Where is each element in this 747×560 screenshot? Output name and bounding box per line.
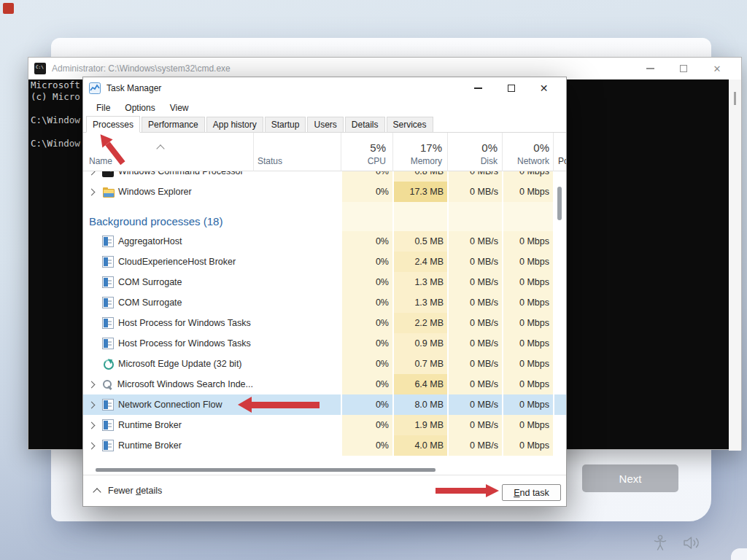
console-line: C:\Window	[31, 114, 80, 126]
console-line: Microsoft	[31, 79, 80, 91]
task-manager-titlebar[interactable]: Task Manager ✕	[83, 77, 566, 99]
cpu-cell: 0%	[341, 394, 392, 415]
vertical-scrollbar-thumb[interactable]	[557, 187, 562, 220]
table-row[interactable]: Microsoft Windows Search Inde...0%6.4 MB…	[83, 374, 566, 394]
menu-options[interactable]: Options	[117, 101, 162, 115]
window-icon	[102, 419, 114, 431]
status-cell	[253, 252, 341, 272]
status-cell	[253, 333, 341, 354]
column-header: Name Status 5% CPU 17% Memory 0% Disk 0%…	[83, 133, 566, 171]
column-cpu[interactable]: CPU	[368, 156, 386, 166]
horizontal-scrollbar-thumb[interactable]	[96, 468, 436, 472]
table-row[interactable]: C:\Windows Command Processor0%0.8 MB0 MB…	[83, 171, 566, 182]
background-card-corner	[731, 548, 747, 560]
expand-chevron-icon[interactable]	[88, 171, 96, 175]
tab-performance[interactable]: Performance	[142, 117, 205, 132]
cpu-cell: 0%	[341, 182, 392, 202]
column-name[interactable]: Name	[89, 156, 112, 166]
table-row[interactable]: COM Surrogate0%1.3 MB0 MB/s0 Mbps	[83, 292, 566, 313]
network-cell: 0 Mbps	[502, 333, 553, 354]
horizontal-scrollbar[interactable]	[83, 460, 566, 475]
power-cell	[553, 394, 566, 415]
tab-startup[interactable]: Startup	[265, 117, 306, 132]
tab-strip: ProcessesPerformanceApp historyStartupUs…	[83, 116, 566, 133]
window-icon	[102, 440, 114, 451]
expand-chevron-icon[interactable]	[88, 188, 96, 195]
console-line: (c) Micro	[31, 91, 80, 103]
table-row[interactable]: AggregatorHost0%0.5 MB0 MB/s0 Mbps	[83, 231, 566, 252]
status-cell	[253, 292, 341, 313]
menu-file[interactable]: File	[89, 101, 117, 115]
network-cell: 0 Mbps	[502, 354, 553, 374]
power-cell	[553, 415, 566, 435]
disk-cell: 0 MB/s	[447, 313, 502, 333]
cmd-minimize-button[interactable]	[633, 58, 667, 79]
end-task-button[interactable]: End task	[502, 484, 561, 501]
accessibility-icon[interactable]	[653, 534, 667, 551]
column-network[interactable]: Network	[517, 156, 549, 166]
tm-close-button[interactable]: ✕	[527, 77, 560, 99]
cmd-scrollbar[interactable]	[729, 79, 741, 451]
cpu-cell: 0%	[341, 292, 392, 313]
window-icon	[102, 338, 114, 349]
tab-processes[interactable]: Processes	[86, 116, 140, 133]
fewer-details-toggle[interactable]: Fewer details	[94, 486, 162, 496]
memory-cell: 4.0 MB	[392, 435, 447, 456]
table-row[interactable]: Runtime Broker0%4.0 MB0 MB/s0 Mbps	[83, 435, 566, 456]
section-spacer-row	[83, 202, 566, 211]
task-manager-app-icon	[89, 82, 101, 94]
tab-users[interactable]: Users	[307, 117, 343, 132]
table-row[interactable]: Host Process for Windows Tasks0%0.9 MB0 …	[83, 333, 566, 354]
table-row[interactable]: COM Surrogate0%1.3 MB0 MB/s0 Mbps	[83, 272, 566, 292]
memory-cell: 6.4 MB	[392, 374, 447, 394]
process-name: Network Connection Flow	[118, 400, 222, 410]
volume-icon[interactable]	[683, 536, 703, 550]
process-name: AggregatorHost	[118, 236, 182, 246]
disk-total: 0%	[481, 141, 498, 154]
network-total: 0%	[533, 141, 549, 154]
tab-app-history[interactable]: App history	[206, 117, 263, 132]
table-row-selected[interactable]: Network Connection Flow0%8.0 MB0 MB/s0 M…	[83, 394, 566, 415]
minimize-icon	[646, 68, 654, 69]
disk-cell: 0 MB/s	[447, 374, 502, 394]
cpu-cell: 0%	[341, 354, 392, 374]
process-name: COM Surrogate	[118, 298, 182, 308]
status-cell	[253, 313, 341, 333]
task-manager-window: Task Manager ✕ FileOptionsView Processes…	[82, 77, 567, 507]
tm-maximize-button[interactable]	[495, 77, 527, 99]
power-cell	[553, 354, 566, 374]
expand-chevron-icon[interactable]	[88, 381, 96, 388]
process-table-body: C:\Windows Command Processor0%0.8 MB0 MB…	[83, 171, 566, 460]
table-row[interactable]: Windows Explorer0%17.3 MB0 MB/s0 Mbps	[83, 182, 566, 202]
expand-chevron-icon[interactable]	[88, 421, 96, 429]
status-cell	[253, 415, 341, 435]
status-cell	[253, 374, 341, 394]
disk-cell: 0 MB/s	[447, 415, 502, 435]
column-memory[interactable]: Memory	[411, 156, 442, 166]
process-name: Runtime Broker	[118, 440, 182, 451]
expand-chevron-icon[interactable]	[88, 442, 96, 449]
column-disk[interactable]: Disk	[481, 156, 498, 166]
tm-minimize-button[interactable]	[462, 77, 495, 99]
menu-view[interactable]: View	[163, 101, 196, 115]
cmd-close-button[interactable]: ✕	[700, 58, 734, 79]
network-cell: 0 Mbps	[502, 231, 553, 252]
sort-ascending-icon	[156, 144, 164, 152]
expand-chevron-icon[interactable]	[88, 401, 96, 408]
memory-cell: 0.5 MB	[392, 231, 447, 252]
table-row[interactable]: CloudExperienceHost Broker0%2.4 MB0 MB/s…	[83, 252, 566, 272]
table-row[interactable]: Microsoft Edge Update (32 bit)0%0.7 MB0 …	[83, 354, 566, 374]
table-row[interactable]: Runtime Broker0%1.9 MB0 MB/s0 Mbps	[83, 415, 566, 435]
column-status[interactable]: Status	[258, 156, 282, 166]
tab-details[interactable]: Details	[345, 117, 385, 132]
section-label: Background processes (18)	[89, 215, 222, 228]
cpu-cell: 0%	[341, 252, 392, 272]
column-power[interactable]: Po	[558, 156, 567, 166]
process-name: CloudExperienceHost Broker	[118, 257, 236, 267]
power-cell	[553, 374, 566, 394]
tab-services[interactable]: Services	[387, 117, 433, 132]
next-button[interactable]: Next	[582, 464, 678, 492]
cmd-maximize-button[interactable]	[667, 58, 700, 79]
table-row[interactable]: Host Process for Windows Tasks0%2.2 MB0 …	[83, 313, 566, 333]
cmd-scrollbar-thumb[interactable]	[734, 92, 736, 105]
